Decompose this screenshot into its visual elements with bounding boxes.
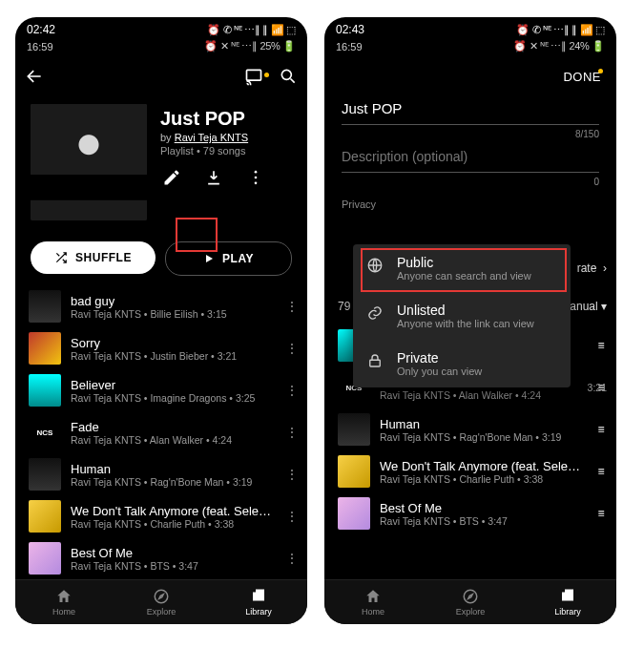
privacy-label: Privacy [342, 199, 599, 210]
playlist-title: Just POP [160, 108, 292, 130]
play-button[interactable]: PLAY [165, 241, 292, 276]
privacy-option-public[interactable]: PublicAnyone can search and view [353, 244, 571, 292]
nav-home[interactable]: Home [15, 580, 113, 624]
svg-point-5 [155, 590, 168, 603]
svg-point-1 [281, 70, 291, 79]
notification-dot-icon [264, 73, 269, 77]
overflow-icon[interactable]: ⋮ [282, 552, 301, 565]
list-item[interactable]: Best Of MeRavi Teja KNTS • BTS • 3:47≡ [338, 492, 611, 534]
nav-home[interactable]: Home [324, 580, 422, 624]
cast-icon[interactable] [244, 67, 263, 86]
os-time: 02:43 [336, 23, 364, 36]
playlist-byline: by Ravi Teja KNTS [160, 132, 292, 143]
nav-explore[interactable]: Explore [113, 580, 210, 624]
author-link[interactable]: Ravi Teja KNTS [175, 132, 248, 143]
back-icon[interactable] [25, 67, 44, 86]
app-topbar [15, 54, 307, 98]
download-icon[interactable] [204, 168, 223, 187]
desc-char-count: 0 [342, 177, 599, 187]
list-item[interactable]: We Don't Talk Anymore (feat. Selena Gome… [338, 450, 611, 492]
os-status-bar: 02:42 ⏰ ✆ ᴺᴱ ⋯∥ ∥ 📶 ⬚ [15, 17, 307, 38]
edit-icon[interactable] [162, 168, 181, 187]
drag-handle-icon[interactable]: ≡ [592, 504, 611, 523]
os-time: 02:42 [27, 23, 55, 36]
nav-explore[interactable]: Explore [422, 580, 519, 624]
inner-time: 16:59 [336, 41, 363, 52]
time-peek: 3:21 [588, 382, 607, 393]
song-count-partial: 79 [338, 300, 350, 313]
overflow-icon[interactable] [246, 168, 265, 187]
list-item[interactable]: HumanRavi Teja KNTS • Rag'n'Bone Man • 3… [29, 453, 301, 495]
list-item[interactable]: We Don't Talk Anymore (feat. Selena Gome… [29, 495, 301, 537]
os-indicators: ⏰ ✆ ᴺᴱ ⋯∥ ∥ 📶 ⬚ [207, 24, 296, 36]
os-indicators: ⏰ ✆ ᴺᴱ ⋯∥ ∥ 📶 ⬚ [516, 24, 605, 36]
description-input[interactable]: Description (optional) [342, 139, 599, 164]
notification-dot-icon [598, 69, 603, 73]
bottom-nav: Home Explore Library [324, 579, 616, 624]
link-icon [366, 303, 384, 323]
list-item[interactable]: HumanRavi Teja KNTS • Rag'n'Bone Man • 3… [338, 408, 611, 450]
svg-rect-0 [247, 70, 261, 80]
list-item[interactable]: SorryRavi Teja KNTS • Justin Bieber • 3:… [29, 327, 301, 369]
lock-icon [366, 351, 384, 370]
inner-indicators: ⏰ ✕ ᴺᴱ ⋯∥ 25% 🔋 [204, 40, 296, 52]
playlist-hero: Just POP by Ravi Teja KNTS Playlist • 79… [15, 98, 307, 224]
overflow-icon[interactable]: ⋮ [282, 342, 301, 355]
svg-point-4 [255, 182, 258, 185]
overflow-icon[interactable]: ⋮ [282, 300, 301, 313]
list-item[interactable]: Best Of MeRavi Teja KNTS • BTS • 3:47⋮ [29, 537, 301, 579]
os-status-bar: 02:43 ⏰ ✆ ᴺᴱ ⋯∥ ∥ 📶 ⬚ [324, 17, 616, 38]
drag-handle-icon[interactable]: ≡ [592, 462, 611, 481]
phone-left: 02:42 ⏰ ✆ ᴺᴱ ⋯∥ ∥ 📶 ⬚ 16:59 ⏰ ✕ ᴺᴱ ⋯∥ 25… [15, 17, 307, 624]
svg-point-8 [464, 590, 477, 603]
inner-time: 16:59 [27, 41, 53, 52]
list-item[interactable]: bad guyRavi Teja KNTS • Billie Eilish • … [29, 285, 301, 327]
bottom-nav: Home Explore Library [15, 579, 307, 624]
inner-status-bar: 16:59 ⏰ ✕ ᴺᴱ ⋯∥ 25% 🔋 [15, 38, 307, 54]
privacy-option-private[interactable]: PrivateOnly you can view [353, 340, 571, 387]
collaborate-row-partial[interactable]: rate › [577, 261, 607, 275]
shuffle-button[interactable]: SHUFFLE [31, 241, 156, 274]
done-button[interactable]: DONE [563, 70, 601, 84]
globe-icon [366, 256, 384, 275]
overflow-icon[interactable]: ⋮ [282, 468, 301, 481]
app-topbar: DONE [324, 54, 616, 98]
playlist-subline: Playlist • 79 songs [160, 145, 292, 157]
overflow-icon[interactable]: ⋮ [282, 426, 301, 439]
phone-right: 02:43 ⏰ ✆ ᴺᴱ ⋯∥ ∥ 📶 ⬚ 16:59 ⏰ ✕ ᴺᴱ ⋯∥ 24… [324, 17, 616, 624]
overflow-icon[interactable]: ⋮ [282, 510, 301, 523]
nav-library[interactable]: Library [210, 580, 307, 624]
list-item[interactable]: BelieverRavi Teja KNTS • Imagine Dragons… [29, 369, 301, 411]
list-item[interactable]: NCSFadeRavi Teja KNTS • Alan Walker • 4:… [29, 411, 301, 453]
title-input[interactable]: Just POP [342, 98, 599, 116]
overflow-icon[interactable]: ⋮ [282, 384, 301, 397]
playlist-art[interactable] [31, 104, 147, 220]
drag-handle-icon[interactable]: ≡ [592, 420, 611, 439]
search-icon[interactable] [279, 67, 298, 86]
drag-handle-icon[interactable]: ≡ [592, 336, 611, 355]
privacy-menu: PublicAnyone can search and view Unliste… [353, 244, 571, 387]
title-char-count: 8/150 [342, 129, 599, 139]
svg-point-2 [255, 171, 258, 174]
privacy-option-unlisted[interactable]: UnlistedAnyone with the link can view [353, 292, 571, 340]
inner-status-bar: 16:59 ⏰ ✕ ᴺᴱ ⋯∥ 24% 🔋 [324, 38, 616, 54]
svg-rect-7 [370, 360, 381, 366]
svg-point-3 [255, 177, 258, 179]
nav-library[interactable]: Library [519, 580, 616, 624]
inner-indicators: ⏰ ✕ ᴺᴱ ⋯∥ 24% 🔋 [513, 40, 605, 52]
song-list[interactable]: bad guyRavi Teja KNTS • Billie Eilish • … [15, 285, 307, 579]
